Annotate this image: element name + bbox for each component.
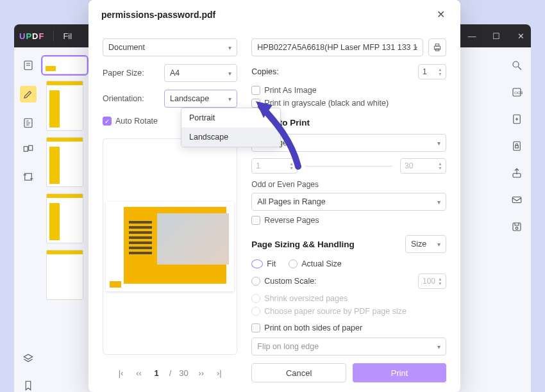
print-as-image-checkbox[interactable] [251,86,260,95]
share-icon[interactable] [510,167,523,179]
mail-icon[interactable] [510,193,523,206]
chevron-down-icon: ▾ [228,70,231,77]
custom-scale-radio[interactable] [251,277,260,286]
chevron-down-icon: ▾ [228,95,231,102]
orientation-option-landscape[interactable]: Landscape [181,127,280,147]
svg-text:OCR: OCR [514,91,523,95]
page-to-input[interactable]: 30▲▼ [400,158,446,174]
add-page-icon[interactable] [510,113,523,126]
chevron-down-icon: ▾ [437,343,440,350]
svg-point-24 [516,227,518,229]
reverse-pages-checkbox[interactable] [251,216,260,225]
orientation-select[interactable]: Landscape ▾ [164,90,237,108]
svg-rect-7 [24,147,28,152]
pager-sep: / [169,368,172,378]
close-icon[interactable]: ✕ [433,8,448,22]
search-icon[interactable] [510,59,523,72]
reader-icon[interactable] [22,59,35,72]
thumbnail-strip [42,47,87,392]
svg-point-12 [513,61,519,67]
chevron-down-icon: ▾ [228,44,231,51]
thumbnail-4[interactable] [46,193,83,243]
bookmark-icon[interactable] [22,379,35,392]
svg-rect-26 [435,44,439,46]
actual-size-radio[interactable] [289,259,298,268]
ocr-icon[interactable]: OCR [510,86,523,99]
shrink-radio [251,294,260,303]
pager-total: 30 [179,368,188,378]
custom-scale-input[interactable]: 100▲▼ [418,274,446,289]
left-rail [14,47,42,392]
app-logo: UPDF [19,31,44,41]
printer-properties-button[interactable] [428,38,446,56]
orientation-label: Orientation: [103,94,164,103]
paper-size-select[interactable]: A4 ▾ [164,64,237,82]
dialog-title: permissions-password.pdf [101,10,215,20]
shrink-label: Shrink oversized pages [264,294,348,303]
organize-icon[interactable] [22,143,35,156]
pager-first[interactable]: |‹ [115,368,126,378]
paper-size-value: A4 [170,69,180,78]
chevron-down-icon: ▾ [437,199,440,206]
size-mode-select[interactable]: Size ▾ [405,235,446,253]
reverse-pages-label: Reverse Pages [264,216,319,225]
chevron-down-icon: ▾ [437,241,440,248]
thumbnail-3[interactable] [46,137,83,187]
auto-rotate-checkbox[interactable]: ✓ [103,117,112,126]
pager-next[interactable]: ›› [196,368,206,378]
print-grayscale-label: Print in grayscale (black and white) [264,99,389,108]
highlighter-icon[interactable] [20,86,37,102]
save-icon[interactable] [510,220,523,233]
odd-even-value: All Pages in Range [257,197,325,206]
odd-even-select[interactable]: All Pages in Range ▾ [251,193,446,211]
pager-prev[interactable]: ‹‹ [133,368,144,378]
document-select[interactable]: Document ▾ [103,38,237,56]
flip-select: Flip on long edge ▾ [251,338,446,355]
orientation-value: Landscape [170,94,209,103]
svg-line-13 [518,67,521,70]
lock-page-icon[interactable] [510,140,523,152]
copies-input[interactable]: 1 ▲▼ [418,64,446,79]
menu-file[interactable]: Fil [63,31,72,41]
flip-value: Flip on long edge [257,342,319,351]
odd-even-label: Odd or Even Pages [251,180,446,189]
thumbnail-2[interactable] [46,81,83,131]
orientation-option-portrait[interactable]: Portrait [181,108,280,127]
svg-rect-9 [25,174,32,181]
printer-select[interactable]: HPB0227A5A6618(HP Laser MFP 131 133 1 ▾ [251,38,423,56]
print-grayscale-checkbox[interactable] [251,99,260,108]
fit-radio[interactable] [251,259,263,268]
chevron-down-icon: ▾ [437,140,440,147]
thumbnail-5[interactable] [46,250,83,300]
layers-icon[interactable] [22,352,35,365]
close-window-button[interactable]: ✕ [516,31,526,41]
pager-last[interactable]: ›| [214,368,224,378]
chevron-down-icon: ▾ [414,44,417,51]
custom-scale-label: Custom Scale: [264,277,418,286]
crop-icon[interactable] [22,170,35,183]
page-from-input[interactable]: 1▲▼ [251,158,298,174]
thumbnail-1[interactable] [42,56,87,74]
choose-source-radio [251,307,260,316]
svg-rect-20 [516,145,519,148]
copies-label: Copies: [251,67,418,76]
cancel-button[interactable]: Cancel [251,363,346,382]
document-select-value: Document [108,43,145,52]
maximize-button[interactable]: ☐ [491,31,501,41]
right-rail: OCR [503,47,531,392]
duplex-checkbox[interactable] [251,323,260,332]
edit-text-icon[interactable] [22,117,35,129]
svg-rect-19 [514,142,521,151]
actual-size-label: Actual Size [301,259,342,268]
duplex-label: Print on both sides of paper [264,323,362,332]
paper-size-label: Paper Size: [103,69,164,78]
pager-current[interactable]: 1 [151,368,161,378]
choose-source-label: Choose paper source by PDF page size [264,307,407,316]
minimize-button[interactable]: — [467,31,477,41]
print-button[interactable]: Print [353,363,446,382]
svg-rect-8 [29,145,33,151]
print-as-image-label: Print As Image [264,86,316,95]
fit-label: Fit [267,259,276,268]
print-dialog: permissions-password.pdf ✕ Document ▾ Pa… [88,0,460,392]
print-preview [103,138,237,355]
